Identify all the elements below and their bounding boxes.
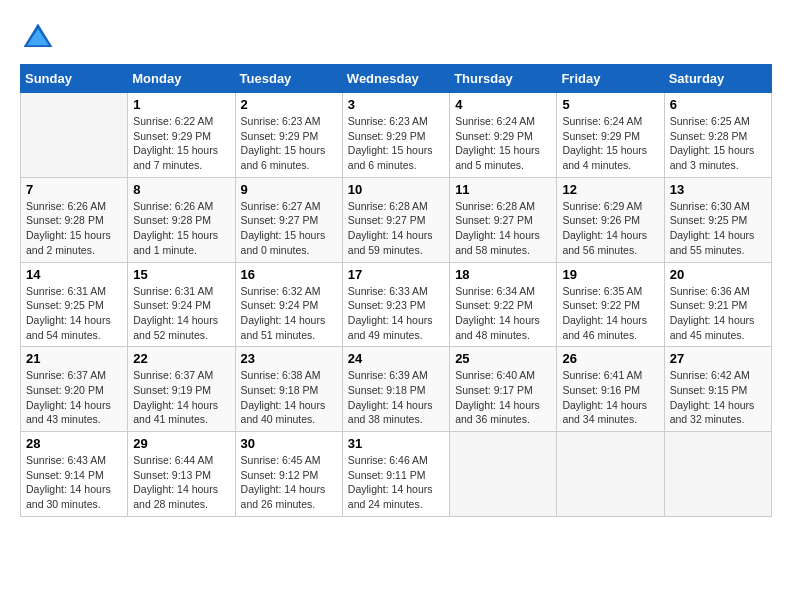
day-info: Sunrise: 6:41 AM Sunset: 9:16 PM Dayligh… xyxy=(562,368,658,427)
day-number: 10 xyxy=(348,182,444,197)
header-row: SundayMondayTuesdayWednesdayThursdayFrid… xyxy=(21,65,772,93)
day-cell: 31Sunrise: 6:46 AM Sunset: 9:11 PM Dayli… xyxy=(342,432,449,517)
day-number: 12 xyxy=(562,182,658,197)
day-cell: 8Sunrise: 6:26 AM Sunset: 9:28 PM Daylig… xyxy=(128,177,235,262)
day-number: 7 xyxy=(26,182,122,197)
day-info: Sunrise: 6:26 AM Sunset: 9:28 PM Dayligh… xyxy=(133,199,229,258)
day-number: 14 xyxy=(26,267,122,282)
day-number: 26 xyxy=(562,351,658,366)
day-cell xyxy=(557,432,664,517)
week-row-0: 1Sunrise: 6:22 AM Sunset: 9:29 PM Daylig… xyxy=(21,93,772,178)
day-number: 27 xyxy=(670,351,766,366)
day-number: 19 xyxy=(562,267,658,282)
day-info: Sunrise: 6:33 AM Sunset: 9:23 PM Dayligh… xyxy=(348,284,444,343)
day-info: Sunrise: 6:28 AM Sunset: 9:27 PM Dayligh… xyxy=(348,199,444,258)
day-number: 1 xyxy=(133,97,229,112)
day-number: 24 xyxy=(348,351,444,366)
day-cell: 19Sunrise: 6:35 AM Sunset: 9:22 PM Dayli… xyxy=(557,262,664,347)
day-number: 4 xyxy=(455,97,551,112)
day-info: Sunrise: 6:46 AM Sunset: 9:11 PM Dayligh… xyxy=(348,453,444,512)
day-number: 25 xyxy=(455,351,551,366)
day-cell: 2Sunrise: 6:23 AM Sunset: 9:29 PM Daylig… xyxy=(235,93,342,178)
day-number: 11 xyxy=(455,182,551,197)
day-number: 18 xyxy=(455,267,551,282)
day-cell: 13Sunrise: 6:30 AM Sunset: 9:25 PM Dayli… xyxy=(664,177,771,262)
day-number: 8 xyxy=(133,182,229,197)
week-row-2: 14Sunrise: 6:31 AM Sunset: 9:25 PM Dayli… xyxy=(21,262,772,347)
day-info: Sunrise: 6:29 AM Sunset: 9:26 PM Dayligh… xyxy=(562,199,658,258)
logo xyxy=(20,20,60,56)
day-info: Sunrise: 6:27 AM Sunset: 9:27 PM Dayligh… xyxy=(241,199,337,258)
day-info: Sunrise: 6:44 AM Sunset: 9:13 PM Dayligh… xyxy=(133,453,229,512)
day-cell: 15Sunrise: 6:31 AM Sunset: 9:24 PM Dayli… xyxy=(128,262,235,347)
day-number: 17 xyxy=(348,267,444,282)
day-info: Sunrise: 6:24 AM Sunset: 9:29 PM Dayligh… xyxy=(562,114,658,173)
day-cell: 26Sunrise: 6:41 AM Sunset: 9:16 PM Dayli… xyxy=(557,347,664,432)
day-number: 30 xyxy=(241,436,337,451)
header-cell-thursday: Thursday xyxy=(450,65,557,93)
day-cell: 7Sunrise: 6:26 AM Sunset: 9:28 PM Daylig… xyxy=(21,177,128,262)
day-info: Sunrise: 6:39 AM Sunset: 9:18 PM Dayligh… xyxy=(348,368,444,427)
header-cell-friday: Friday xyxy=(557,65,664,93)
day-info: Sunrise: 6:25 AM Sunset: 9:28 PM Dayligh… xyxy=(670,114,766,173)
day-number: 3 xyxy=(348,97,444,112)
day-cell: 14Sunrise: 6:31 AM Sunset: 9:25 PM Dayli… xyxy=(21,262,128,347)
day-cell: 24Sunrise: 6:39 AM Sunset: 9:18 PM Dayli… xyxy=(342,347,449,432)
day-cell: 27Sunrise: 6:42 AM Sunset: 9:15 PM Dayli… xyxy=(664,347,771,432)
day-cell: 29Sunrise: 6:44 AM Sunset: 9:13 PM Dayli… xyxy=(128,432,235,517)
day-info: Sunrise: 6:31 AM Sunset: 9:25 PM Dayligh… xyxy=(26,284,122,343)
day-info: Sunrise: 6:45 AM Sunset: 9:12 PM Dayligh… xyxy=(241,453,337,512)
day-number: 2 xyxy=(241,97,337,112)
day-info: Sunrise: 6:42 AM Sunset: 9:15 PM Dayligh… xyxy=(670,368,766,427)
header-cell-monday: Monday xyxy=(128,65,235,93)
day-info: Sunrise: 6:34 AM Sunset: 9:22 PM Dayligh… xyxy=(455,284,551,343)
day-number: 28 xyxy=(26,436,122,451)
day-info: Sunrise: 6:36 AM Sunset: 9:21 PM Dayligh… xyxy=(670,284,766,343)
day-cell: 12Sunrise: 6:29 AM Sunset: 9:26 PM Dayli… xyxy=(557,177,664,262)
day-cell: 22Sunrise: 6:37 AM Sunset: 9:19 PM Dayli… xyxy=(128,347,235,432)
day-info: Sunrise: 6:37 AM Sunset: 9:20 PM Dayligh… xyxy=(26,368,122,427)
day-number: 9 xyxy=(241,182,337,197)
day-number: 20 xyxy=(670,267,766,282)
day-number: 22 xyxy=(133,351,229,366)
day-cell: 21Sunrise: 6:37 AM Sunset: 9:20 PM Dayli… xyxy=(21,347,128,432)
day-info: Sunrise: 6:43 AM Sunset: 9:14 PM Dayligh… xyxy=(26,453,122,512)
day-cell: 17Sunrise: 6:33 AM Sunset: 9:23 PM Dayli… xyxy=(342,262,449,347)
day-cell: 20Sunrise: 6:36 AM Sunset: 9:21 PM Dayli… xyxy=(664,262,771,347)
day-info: Sunrise: 6:30 AM Sunset: 9:25 PM Dayligh… xyxy=(670,199,766,258)
header-cell-wednesday: Wednesday xyxy=(342,65,449,93)
day-number: 16 xyxy=(241,267,337,282)
header-cell-saturday: Saturday xyxy=(664,65,771,93)
day-number: 15 xyxy=(133,267,229,282)
day-info: Sunrise: 6:31 AM Sunset: 9:24 PM Dayligh… xyxy=(133,284,229,343)
day-number: 21 xyxy=(26,351,122,366)
day-cell xyxy=(664,432,771,517)
week-row-4: 28Sunrise: 6:43 AM Sunset: 9:14 PM Dayli… xyxy=(21,432,772,517)
day-cell: 5Sunrise: 6:24 AM Sunset: 9:29 PM Daylig… xyxy=(557,93,664,178)
week-row-3: 21Sunrise: 6:37 AM Sunset: 9:20 PM Dayli… xyxy=(21,347,772,432)
page-header xyxy=(20,20,772,56)
day-info: Sunrise: 6:32 AM Sunset: 9:24 PM Dayligh… xyxy=(241,284,337,343)
day-cell: 3Sunrise: 6:23 AM Sunset: 9:29 PM Daylig… xyxy=(342,93,449,178)
header-cell-sunday: Sunday xyxy=(21,65,128,93)
day-number: 29 xyxy=(133,436,229,451)
logo-icon xyxy=(20,20,56,56)
day-cell: 9Sunrise: 6:27 AM Sunset: 9:27 PM Daylig… xyxy=(235,177,342,262)
day-info: Sunrise: 6:35 AM Sunset: 9:22 PM Dayligh… xyxy=(562,284,658,343)
day-number: 31 xyxy=(348,436,444,451)
day-cell: 16Sunrise: 6:32 AM Sunset: 9:24 PM Dayli… xyxy=(235,262,342,347)
calendar-body: 1Sunrise: 6:22 AM Sunset: 9:29 PM Daylig… xyxy=(21,93,772,517)
week-row-1: 7Sunrise: 6:26 AM Sunset: 9:28 PM Daylig… xyxy=(21,177,772,262)
day-info: Sunrise: 6:28 AM Sunset: 9:27 PM Dayligh… xyxy=(455,199,551,258)
day-cell xyxy=(450,432,557,517)
day-number: 23 xyxy=(241,351,337,366)
day-number: 6 xyxy=(670,97,766,112)
day-number: 5 xyxy=(562,97,658,112)
day-info: Sunrise: 6:23 AM Sunset: 9:29 PM Dayligh… xyxy=(348,114,444,173)
day-cell: 10Sunrise: 6:28 AM Sunset: 9:27 PM Dayli… xyxy=(342,177,449,262)
day-info: Sunrise: 6:22 AM Sunset: 9:29 PM Dayligh… xyxy=(133,114,229,173)
day-info: Sunrise: 6:23 AM Sunset: 9:29 PM Dayligh… xyxy=(241,114,337,173)
day-cell: 1Sunrise: 6:22 AM Sunset: 9:29 PM Daylig… xyxy=(128,93,235,178)
day-cell: 23Sunrise: 6:38 AM Sunset: 9:18 PM Dayli… xyxy=(235,347,342,432)
day-cell: 30Sunrise: 6:45 AM Sunset: 9:12 PM Dayli… xyxy=(235,432,342,517)
